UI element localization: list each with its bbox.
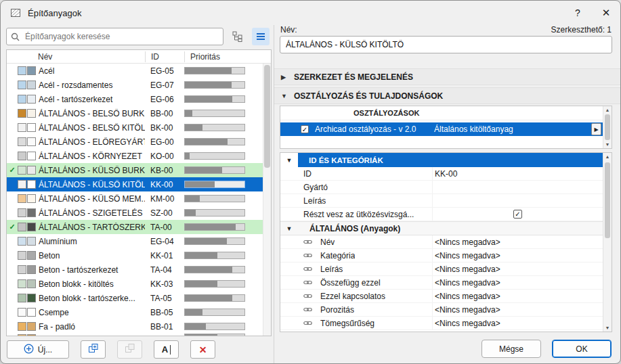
property-row[interactable]: Porozitás<Nincs megadva>: [280, 303, 603, 317]
material-row[interactable]: BetonKK-01: [7, 248, 263, 263]
property-row[interactable]: Leírás<Nincs megadva>: [280, 263, 603, 276]
scroll-up-icon[interactable]: ▲: [603, 108, 612, 112]
property-group-general-materials[interactable]: ▼ ÁLTALÁNOS (Anyagok): [280, 221, 603, 235]
scrollbar-thumb[interactable]: [264, 65, 270, 168]
section-structure-appearance[interactable]: ▶ SZERKEZET ÉS MEGJELENÉS: [274, 68, 620, 85]
column-header-priority[interactable]: Prioritás: [184, 51, 271, 62]
material-row[interactable]: Beton blokk - tartószerke...TA-05: [7, 291, 263, 305]
list-view-button[interactable]: [252, 28, 270, 45]
new-button[interactable]: Új...: [7, 340, 69, 359]
section-classification-properties[interactable]: ▼ OSZTÁLYOZÁS ÉS TULAJDONSÁGOK: [274, 87, 620, 104]
ok-button[interactable]: OK: [552, 340, 612, 358]
material-row[interactable]: Beton blokk - kitöltésKK-03: [7, 277, 263, 291]
priority-bar: [184, 309, 245, 316]
scrollbar-thumb[interactable]: [605, 114, 610, 140]
property-row[interactable]: IDKK-00: [280, 167, 603, 181]
material-row[interactable]: ÁLTALÁNOS - KÜLSŐ MEM...KM-00: [7, 191, 263, 206]
material-name: Beton blokk - tartószerke...: [39, 294, 145, 303]
property-label: Kategória: [320, 251, 355, 260]
material-row[interactable]: Acél - rozsdamentesEG-07: [7, 78, 263, 92]
materials-list: AcélEG-05Acél - rozsdamentesEG-07Acél - …: [7, 64, 263, 336]
plus-circle-icon: [24, 344, 34, 356]
material-id: TA-00: [145, 223, 179, 232]
fill-swatch-icon: [18, 123, 26, 132]
material-id: KM-00: [145, 194, 179, 204]
fill-swatch-icon: [18, 279, 26, 288]
material-name: ÁLTALÁNOS - KÜLSŐ KITÖL...: [39, 180, 145, 189]
cancel-button[interactable]: Mégse: [481, 340, 541, 358]
editable-count: Szerkeszthető: 1: [551, 25, 612, 35]
material-row[interactable]: CsempeBB-05: [7, 305, 263, 319]
material-id: EG-07: [145, 81, 179, 90]
duplicate-button[interactable]: [81, 340, 106, 359]
classification-row[interactable]: ✓ Archicad osztályozás - v 2.0 Általános…: [280, 122, 603, 136]
material-id: KK-00: [145, 180, 179, 189]
column-header-name[interactable]: Név: [38, 52, 145, 62]
material-row[interactable]: AlumíniumEG-04: [7, 234, 263, 248]
delete-button[interactable]: ✕: [190, 340, 215, 359]
name-row: Név: Szerkeszthető: 1: [280, 25, 612, 35]
property-row[interactable]: Kategória<Nincs megadva>: [280, 249, 603, 263]
property-group-id-categories[interactable]: ▼ ID ÉS KATEGÓRIÁK: [280, 153, 603, 167]
surface-swatch-icon: [27, 308, 36, 317]
material-row[interactable]: Beton - tartószerkezetTA-04: [7, 263, 263, 277]
material-row[interactable]: ✓ÁLTALÁNOS - TARTÓSZERK...TA-00: [7, 220, 263, 234]
duplicate-icon: [88, 343, 99, 356]
material-row[interactable]: Fa - padlóBB-01: [7, 319, 263, 334]
material-name: Acél - rozsdamentes: [39, 81, 145, 90]
material-row[interactable]: AcélEG-05: [7, 64, 263, 78]
classification-checkbox[interactable]: ✓: [301, 125, 309, 133]
material-id: EG-04: [145, 237, 179, 246]
property-row[interactable]: Ezzel kapcsolatos<Nincs megadva>: [280, 290, 603, 303]
priority-bar: [184, 252, 245, 259]
material-name: ÁLTALÁNOS - ELŐREGYÁRT...: [39, 137, 145, 147]
material-row[interactable]: ÁLTALÁNOS - ELŐREGYÁRT...EG-00: [7, 135, 263, 149]
property-row[interactable]: Név<Nincs megadva>: [280, 235, 603, 249]
collision-detection-checkbox[interactable]: ✓: [513, 210, 522, 219]
material-row[interactable]: ÁLTALÁNOS - SZIGETELÉSSZ-00: [7, 206, 263, 220]
link-icon: [303, 292, 320, 300]
scrollbar-thumb[interactable]: [605, 162, 610, 238]
property-row[interactable]: Összefügg ezzel<Nincs megadva>: [280, 276, 603, 290]
close-button[interactable]: ✕: [592, 1, 620, 25]
link-icon: [303, 305, 320, 314]
property-row[interactable]: Részt vesz az ütközésvizsgá...✓: [280, 208, 603, 221]
material-row[interactable]: [7, 334, 263, 336]
surface-swatch-icon: [27, 152, 36, 160]
priority-bar: [184, 110, 245, 117]
rename-button[interactable]: A: [154, 340, 179, 359]
material-name-input[interactable]: [280, 36, 612, 53]
property-row[interactable]: Gyártó: [280, 181, 603, 194]
material-row[interactable]: ÁLTALÁNOS - KÜLSŐ KITÖL...KK-00: [7, 177, 263, 191]
search-input[interactable]: [6, 28, 223, 45]
material-name: ÁLTALÁNOS - KÜLSŐ MEM...: [39, 194, 145, 204]
priority-bar: [184, 81, 245, 89]
scroll-down-icon[interactable]: ▼: [603, 325, 612, 330]
materials-scrollbar[interactable]: [263, 64, 271, 336]
scroll-down-icon[interactable]: ▼: [603, 142, 612, 147]
property-value: KK-00: [432, 167, 603, 180]
material-row[interactable]: ÁLTALÁNOS - BELSŐ KITÖL...BK-00: [7, 120, 263, 135]
priority-bar: [184, 138, 245, 145]
section-label: SZERKEZET ÉS MEGJELENÉS: [294, 72, 413, 82]
surface-swatch-icon: [27, 81, 36, 89]
surface-swatch-icon: [27, 123, 36, 132]
scroll-up-icon[interactable]: ▲: [603, 154, 612, 159]
surface-swatch-icon: [27, 180, 36, 189]
classifications-panel: OSZTÁLYOZÁSOK ✓ Archicad osztályozás - v…: [280, 106, 612, 149]
classifications-scrollbar[interactable]: ▲ ▼: [603, 106, 612, 148]
material-row[interactable]: ÁLTALÁNOS - BELSŐ BURK...BB-00: [7, 106, 263, 120]
tree-view-button[interactable]: [229, 28, 247, 45]
column-header-id[interactable]: ID: [145, 51, 184, 62]
chevron-right-icon: ▶: [281, 74, 288, 81]
help-button[interactable]: ?: [563, 1, 592, 25]
material-row[interactable]: Acél - tartószerkezetEG-06: [7, 92, 263, 106]
property-row[interactable]: Tömegsűrűség<Nincs megadva>: [280, 317, 603, 330]
material-id: KK-01: [145, 251, 179, 260]
classification-picker-button[interactable]: ▶: [591, 123, 601, 135]
property-row[interactable]: Leírás: [280, 194, 603, 208]
material-row[interactable]: ÁLTALÁNOS - KÖRNYEZETKO-00: [7, 149, 263, 163]
properties-scrollbar[interactable]: ▲ ▼: [603, 153, 612, 332]
fill-swatch-icon: [18, 208, 26, 217]
material-row[interactable]: ✓ÁLTALÁNOS - KÜLSŐ BURK...KB-00: [7, 163, 263, 177]
